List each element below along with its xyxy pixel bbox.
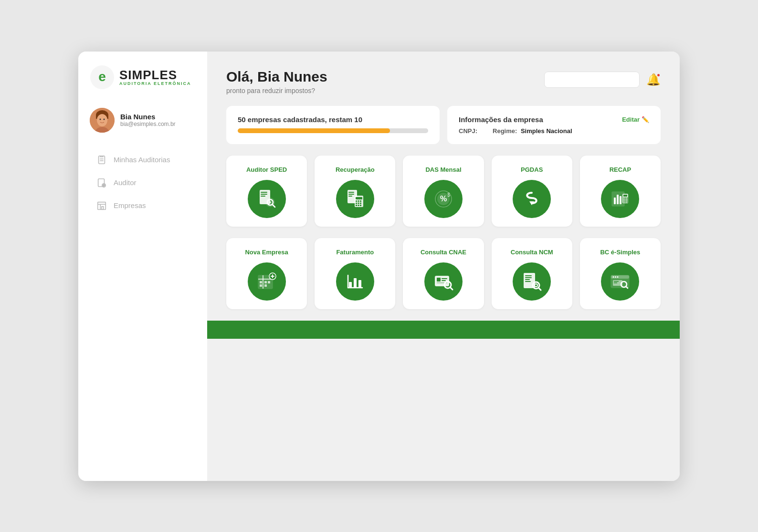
- top-bar: Olá, Bia Nunes pronto para reduzir impos…: [226, 69, 661, 94]
- nav-menu: Minhas Auditorias Auditor Empresas: [78, 144, 207, 221]
- clipboard-icon: [96, 155, 107, 165]
- svg-rect-47: [614, 198, 616, 204]
- sidebar-item-minhas-auditorias[interactable]: Minhas Auditorias: [83, 149, 202, 171]
- card-recap-label: RECAP: [610, 166, 632, 173]
- card-consulta-cnae[interactable]: Consulta CNAE: [403, 238, 484, 309]
- greeting-block: Olá, Bia Nunes pronto para reduzir impos…: [226, 69, 327, 94]
- avatar: [90, 108, 115, 133]
- svg-point-96: [617, 276, 619, 278]
- svg-point-13: [103, 184, 105, 186]
- svg-rect-52: [623, 198, 625, 199]
- card-nova-empresa-label: Nova Empresa: [245, 249, 288, 256]
- svg-rect-80: [442, 280, 446, 281]
- svg-rect-17: [102, 206, 104, 209]
- card-pgdas[interactable]: PGDAS: [492, 156, 572, 227]
- progress-bar-fill: [238, 128, 390, 133]
- logo-area: e SIMPLES AUDITORIA ELETRÔNICA: [78, 52, 207, 99]
- feature-cards-row1: Auditor SPED Recuperação: [226, 156, 661, 227]
- greeting-subtitle: pronto para reduzir impostos?: [226, 87, 327, 94]
- svg-rect-86: [525, 277, 532, 278]
- svg-rect-34: [360, 200, 361, 202]
- svg-rect-38: [356, 205, 357, 206]
- svg-point-91: [535, 284, 537, 287]
- regime-info: Regime: Simples Nacional: [493, 127, 572, 135]
- info-row: 50 empresas cadastradas, restam 10 Infor…: [226, 106, 661, 144]
- card-auditor-sped[interactable]: Auditor SPED: [226, 156, 307, 227]
- svg-rect-36: [358, 202, 359, 204]
- card-recap-icon: [601, 180, 639, 218]
- svg-rect-100: [614, 281, 619, 282]
- svg-rect-27: [348, 192, 354, 193]
- svg-rect-79: [442, 278, 447, 279]
- svg-rect-60: [627, 201, 628, 203]
- svg-rect-49: [620, 196, 621, 204]
- card-recap[interactable]: RECAP: [580, 156, 661, 227]
- svg-rect-56: [625, 199, 627, 201]
- card-auditor-sped-label: Auditor SPED: [246, 166, 287, 173]
- svg-text:$: $: [447, 192, 450, 198]
- logo-brand-text: SIMPLES: [119, 69, 191, 81]
- svg-line-90: [538, 288, 541, 290]
- sidebar-item-empresas[interactable]: Empresas: [83, 195, 202, 217]
- svg-point-7: [104, 118, 105, 120]
- card-auditor-sped-icon: [248, 180, 286, 218]
- svg-rect-48: [617, 195, 619, 204]
- svg-point-6: [100, 118, 101, 120]
- feature-cards-row2: Nova Empresa: [226, 238, 661, 309]
- notification-dot: [656, 73, 661, 77]
- card-faturamento[interactable]: Faturamento: [315, 238, 395, 309]
- svg-rect-68: [260, 284, 262, 287]
- notification-button[interactable]: 🔔: [646, 73, 661, 86]
- svg-rect-101: [614, 282, 617, 283]
- svg-rect-58: [623, 201, 625, 203]
- svg-rect-65: [268, 281, 270, 283]
- svg-rect-29: [348, 196, 352, 197]
- svg-rect-57: [627, 199, 628, 201]
- sidebar-label-auditor: Auditor: [114, 178, 137, 187]
- sidebar: e SIMPLES AUDITORIA ELETRÔNICA: [78, 52, 207, 481]
- svg-rect-78: [437, 278, 441, 282]
- edit-link[interactable]: Editar ✏️: [622, 116, 649, 123]
- svg-point-95: [615, 276, 616, 278]
- companies-card-title: 50 empresas cadastradas, restam 10: [238, 115, 428, 124]
- logo-icon: e: [90, 65, 115, 90]
- card-bc-esimples-label: BC é-Simples: [600, 249, 640, 256]
- card-consulta-cnae-label: Consulta CNAE: [421, 249, 466, 256]
- svg-rect-21: [261, 196, 265, 197]
- logo-sub-text: AUDITORIA ELETRÔNICA: [119, 81, 191, 86]
- footer-bar: [207, 321, 680, 339]
- card-recuperacao-label: Recuperação: [336, 166, 375, 173]
- card-bc-esimples[interactable]: BC é-Simples: [580, 238, 661, 309]
- svg-rect-53: [625, 198, 627, 199]
- card-recuperacao-icon: [336, 180, 374, 218]
- user-info: Bia Nunes bia@esimples.com.br: [120, 113, 176, 127]
- search-input[interactable]: [544, 72, 640, 88]
- companies-card: 50 empresas cadastradas, restam 10: [226, 106, 440, 144]
- card-das-mensal[interactable]: DAS Mensal % $: [403, 156, 484, 227]
- svg-point-5: [97, 114, 107, 126]
- card-pgdas-label: PGDAS: [521, 166, 543, 173]
- svg-rect-39: [358, 205, 359, 206]
- sidebar-item-auditor[interactable]: Auditor: [83, 172, 202, 194]
- svg-rect-59: [625, 201, 627, 203]
- svg-rect-73: [349, 282, 352, 288]
- svg-rect-64: [264, 281, 267, 283]
- card-nova-empresa-icon: [248, 262, 286, 301]
- card-recuperacao[interactable]: Recuperação: [315, 156, 395, 227]
- svg-text:e: e: [98, 69, 106, 84]
- svg-point-94: [613, 276, 614, 278]
- svg-rect-35: [356, 202, 357, 204]
- main-content: Olá, Bia Nunes pronto para reduzir impos…: [207, 52, 680, 481]
- svg-rect-19: [261, 192, 267, 193]
- sidebar-label-minhas-auditorias: Minhas Auditorias: [114, 156, 170, 164]
- svg-rect-67: [264, 284, 267, 287]
- card-nova-empresa[interactable]: Nova Empresa: [226, 238, 307, 309]
- svg-line-24: [273, 205, 275, 207]
- empresa-detail: CNPJ: Regime: Simples Nacional: [459, 127, 649, 135]
- card-pgdas-icon: [513, 180, 551, 218]
- svg-rect-75: [358, 280, 361, 288]
- auditor-icon: [96, 177, 107, 188]
- svg-point-25: [269, 201, 271, 203]
- card-consulta-ncm[interactable]: Consulta NCM: [492, 238, 572, 309]
- top-right: 🔔: [544, 72, 661, 88]
